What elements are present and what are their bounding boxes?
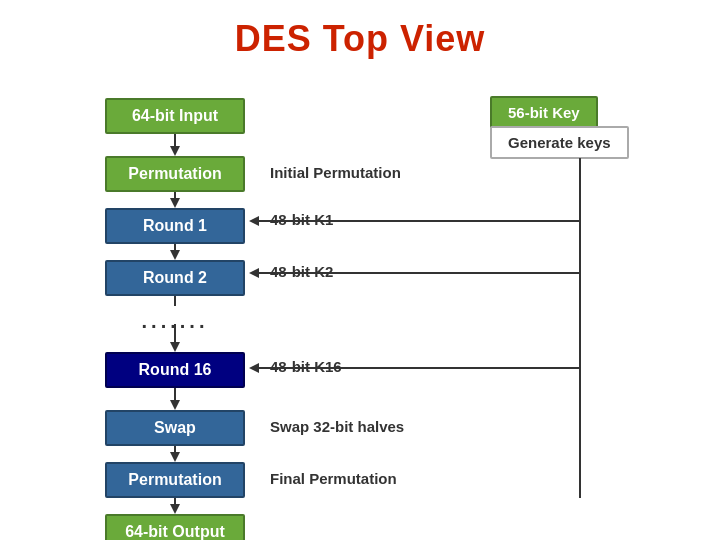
k16-label: 48-bit K16 (270, 358, 342, 376)
svg-marker-8 (170, 342, 180, 352)
final-desc-label: Final Permutation (270, 470, 397, 488)
svg-marker-3 (170, 198, 180, 208)
k1-label: 48-bit K1 (270, 211, 333, 229)
input-box: 64-bit Input (105, 98, 245, 134)
svg-marker-17 (249, 216, 259, 226)
final-perm-box: Permutation (105, 462, 245, 498)
permutation-box: Permutation (105, 156, 245, 192)
round2-box: Round 2 (105, 260, 245, 296)
gen-keys-box: Generate keys (490, 126, 637, 175)
round16-box: Round 16 (105, 352, 245, 388)
svg-marker-19 (249, 268, 259, 278)
svg-marker-1 (170, 146, 180, 156)
svg-marker-21 (249, 363, 259, 373)
swap-box: Swap (105, 410, 245, 446)
init-perm-label: Initial Permutation (270, 164, 401, 182)
dots: ....... (105, 306, 245, 335)
svg-marker-5 (170, 250, 180, 260)
svg-marker-10 (170, 400, 180, 410)
output-box: 64-bit Output (105, 514, 245, 540)
svg-marker-12 (170, 452, 180, 462)
swap-desc-label: Swap 32-bit halves (270, 418, 404, 436)
round1-box: Round 1 (105, 208, 245, 244)
svg-marker-14 (170, 504, 180, 514)
page-title: DES Top View (0, 0, 720, 68)
k2-label: 48-bit K2 (270, 263, 333, 281)
